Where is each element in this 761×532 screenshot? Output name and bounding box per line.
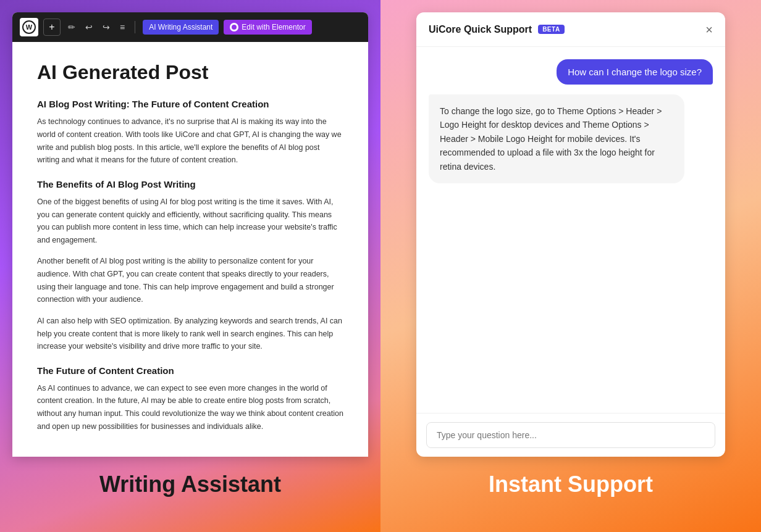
toolbar-divider (135, 21, 135, 33)
left-footer-text: Writing Assistant (99, 472, 281, 497)
pen-icon[interactable]: ✏ (65, 20, 78, 35)
beta-badge: BETA (538, 25, 564, 34)
editor-content: AI Generated Post AI Blog Post Writing: … (12, 42, 368, 457)
chat-window: UiCore Quick Support BETA × How can I ch… (416, 12, 725, 457)
user-message: How can I change the logo size? (557, 59, 713, 85)
chat-title: UiCore Quick Support (429, 24, 532, 35)
chat-header: UiCore Quick Support BETA × (416, 12, 725, 47)
undo-icon[interactable]: ↩ (83, 20, 95, 35)
right-panel: UiCore Quick Support BETA × How can I ch… (380, 0, 761, 532)
elementor-icon (230, 23, 238, 31)
add-block-button[interactable]: + (43, 19, 61, 36)
left-footer: Writing Assistant (99, 457, 281, 512)
chat-input[interactable] (426, 422, 715, 448)
section1-para: As technology continues to advance, it's… (37, 115, 343, 167)
menu-icon[interactable]: ≡ (117, 20, 127, 35)
bot-message: To change the logo size, go to Theme Opt… (429, 94, 684, 183)
editor-toolbar: W + ✏ ↩ ↪ ≡ AI Writing Assistant Edit wi… (12, 12, 368, 42)
right-footer: Instant Support (489, 457, 653, 512)
post-title: AI Generated Post (37, 60, 343, 84)
section3-heading: The Future of Content Creation (37, 365, 343, 376)
section2-para2: Another benefit of AI blog post writing … (37, 255, 343, 306)
section2-heading: The Benefits of AI Blog Post Writing (37, 179, 343, 189)
chat-input-area (416, 413, 725, 457)
wp-logo: W (20, 18, 38, 36)
section3-para: As AI continues to advance, we can expec… (37, 382, 343, 433)
left-panel: W + ✏ ↩ ↪ ≡ AI Writing Assistant Edit wi… (0, 0, 380, 532)
chat-header-left: UiCore Quick Support BETA (429, 24, 565, 35)
right-footer-text: Instant Support (489, 472, 653, 497)
redo-icon[interactable]: ↪ (100, 20, 112, 35)
chat-body: How can I change the logo size? To chang… (416, 47, 725, 413)
section2-para3: AI can also help with SEO optimization. … (37, 315, 343, 353)
section1-heading: AI Blog Post Writing: The Future of Cont… (37, 99, 343, 109)
elementor-button[interactable]: Edit with Elementor (224, 20, 311, 35)
editor-window: W + ✏ ↩ ↪ ≡ AI Writing Assistant Edit wi… (12, 12, 368, 457)
ai-writing-button[interactable]: AI Writing Assistant (143, 20, 219, 35)
close-button[interactable]: × (705, 23, 713, 36)
section2-para1: One of the biggest benefits of using AI … (37, 196, 343, 247)
